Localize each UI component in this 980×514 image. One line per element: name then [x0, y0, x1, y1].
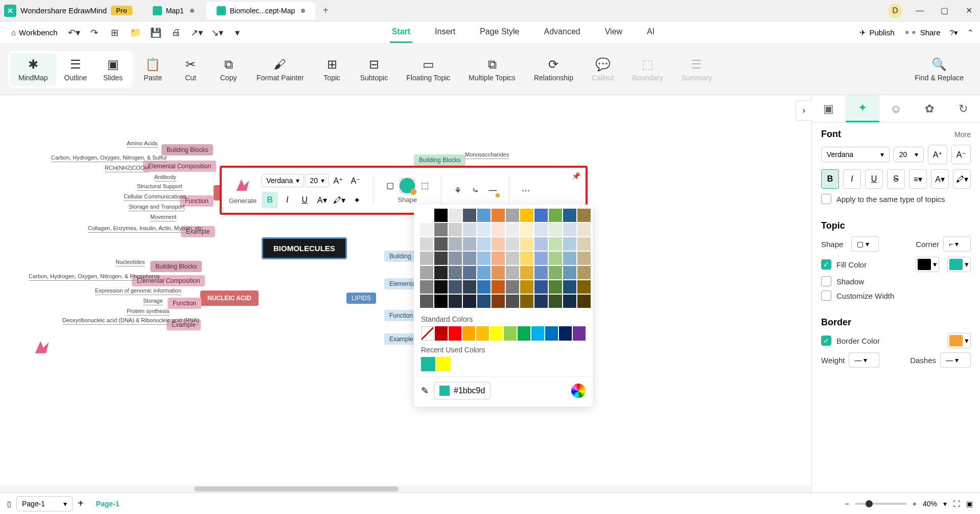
zoom-slider[interactable]: [855, 503, 906, 505]
color-cell[interactable]: [563, 252, 576, 265]
dashes-select[interactable]: — ▾: [940, 352, 971, 368]
workbench-button[interactable]: ⌂ Workbench: [6, 25, 63, 40]
add-page-button[interactable]: +: [78, 498, 84, 509]
color-cell[interactable]: [420, 237, 433, 251]
color-cell[interactable]: [449, 209, 462, 222]
apply-same-checkbox[interactable]: [821, 194, 831, 204]
publish-button[interactable]: ✈Publish: [859, 28, 894, 37]
color-cell[interactable]: [463, 223, 476, 236]
color-cell[interactable]: [435, 326, 448, 341]
color-cell[interactable]: [492, 223, 505, 236]
export-button[interactable]: ↗▾: [188, 24, 206, 42]
color-cell[interactable]: [492, 209, 505, 222]
branch-button[interactable]: ⤷: [467, 182, 483, 198]
node-lipids-bb[interactable]: Building: [384, 251, 416, 262]
underline-button[interactable]: U: [296, 192, 313, 208]
color-cell[interactable]: [534, 280, 548, 294]
new-button[interactable]: ⊞: [106, 24, 124, 42]
outline-view-button[interactable]: ☰Outline: [56, 53, 95, 86]
user-avatar[interactable]: D: [888, 4, 902, 18]
color-cell[interactable]: [506, 280, 519, 294]
callout-button[interactable]: 💬Callout: [584, 53, 622, 86]
italic-button[interactable]: I: [843, 169, 861, 189]
leaf-struct[interactable]: Structural Support: [137, 182, 182, 191]
tab-map1[interactable]: Map1: [143, 2, 204, 19]
relationship-button[interactable]: ⟳Relationship: [526, 53, 581, 86]
color-cell[interactable]: [506, 252, 519, 265]
fit-screen-button[interactable]: ⛶: [953, 500, 960, 508]
leaf-storage[interactable]: Storage and Transport: [129, 203, 184, 211]
color-cell[interactable]: [449, 295, 462, 308]
color-cell[interactable]: [421, 357, 435, 371]
collapse-ribbon-button[interactable]: ⌃: [967, 28, 974, 37]
node-na-bb[interactable]: Building Blocks: [150, 261, 202, 272]
print-button[interactable]: 🖨: [167, 24, 185, 42]
font-family-select[interactable]: Verdana▾: [262, 174, 304, 187]
summary-button[interactable]: ☰Summary: [673, 53, 720, 86]
color-cell[interactable]: [506, 295, 519, 308]
color-cell[interactable]: [449, 223, 462, 236]
color-cell[interactable]: [518, 326, 530, 341]
color-cell[interactable]: [549, 252, 562, 265]
color-cell[interactable]: [577, 295, 591, 308]
color-cell[interactable]: [504, 326, 517, 341]
node-na-func[interactable]: Function: [168, 298, 201, 309]
color-cell[interactable]: [492, 295, 505, 308]
align-button[interactable]: ≡▾: [909, 169, 927, 189]
color-cell[interactable]: [577, 209, 591, 222]
color-cell[interactable]: [463, 237, 476, 251]
color-cell[interactable]: [449, 326, 461, 341]
fill-color-swatch-1[interactable]: ▾: [916, 257, 939, 272]
node-building-blocks[interactable]: Building Blocks: [161, 144, 213, 155]
color-cell[interactable]: [463, 209, 476, 222]
generate-icon[interactable]: [234, 176, 252, 195]
color-cell[interactable]: [476, 326, 489, 341]
leaf-movement[interactable]: Movement: [150, 213, 176, 221]
zoom-thumb[interactable]: [866, 500, 873, 507]
node-lipids-func[interactable]: Function: [384, 310, 418, 321]
color-cell[interactable]: [506, 223, 519, 236]
menu-tab-page-style[interactable]: Page Style: [478, 22, 521, 43]
color-cell[interactable]: [492, 280, 505, 294]
italic-button[interactable]: I: [279, 192, 295, 208]
decrease-font-button[interactable]: A⁻: [347, 172, 364, 189]
color-cell[interactable]: [563, 280, 576, 294]
weight-select[interactable]: — ▾: [849, 352, 879, 368]
color-cell[interactable]: [506, 237, 519, 251]
menu-tab-insert[interactable]: Insert: [433, 22, 457, 43]
import-button[interactable]: ↘▾: [208, 24, 226, 42]
zoom-value[interactable]: 40%: [923, 500, 937, 508]
boundary-button[interactable]: ⬚Boundary: [624, 53, 671, 86]
page-panel-button[interactable]: ▯: [7, 500, 11, 508]
color-cell[interactable]: [577, 280, 591, 294]
color-cell[interactable]: [577, 223, 591, 236]
menu-tab-advanced[interactable]: Advanced: [542, 22, 582, 43]
clear-format-button[interactable]: ✦: [348, 192, 365, 208]
color-cell[interactable]: [563, 295, 576, 308]
color-cell[interactable]: [462, 326, 475, 341]
color-cell[interactable]: [549, 209, 562, 222]
color-cell[interactable]: [434, 280, 448, 294]
cut-button[interactable]: ✂Cut: [173, 53, 208, 86]
color-cell[interactable]: [520, 266, 533, 279]
zoom-in-button[interactable]: +: [913, 500, 917, 508]
floating-topic-button[interactable]: ▭Floating Topic: [398, 53, 458, 86]
color-cell[interactable]: [549, 295, 562, 308]
panel-tab-ai[interactable]: ✦: [846, 95, 879, 122]
increase-font-button[interactable]: A⁺: [330, 172, 346, 189]
subtopic-button[interactable]: ⊟Subtopic: [352, 53, 396, 86]
node-elemental[interactable]: Elemental Composition: [143, 161, 216, 172]
panel-tab-icon[interactable]: ✿: [913, 95, 946, 122]
color-cell[interactable]: [477, 237, 491, 251]
leaf-dna-rna[interactable]: Deoxyribonucleic acid (DNA) & Ribonuclei…: [62, 316, 199, 325]
page-select[interactable]: Page-1▾: [16, 496, 73, 511]
font-size-select[interactable]: 20▾: [305, 174, 329, 187]
color-cell[interactable]: [520, 237, 533, 251]
leaf-protein-synth[interactable]: Protein synthesis: [127, 307, 170, 316]
color-cell[interactable]: [534, 223, 548, 236]
shadow-checkbox[interactable]: [821, 276, 831, 286]
underline-button[interactable]: U: [865, 169, 883, 189]
panel-tab-history[interactable]: ↻: [946, 95, 980, 122]
node-center[interactable]: BIOMOLECULES: [262, 237, 347, 259]
color-cell[interactable]: [477, 252, 491, 265]
